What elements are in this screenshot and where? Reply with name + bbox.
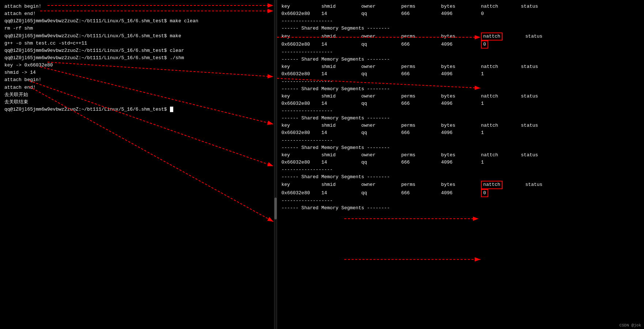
segment-block-3: ------ Shared Memory Segments -------- k… <box>281 85 640 115</box>
separator: ------------------ <box>281 49 640 56</box>
terminal-line: qq@iZ0jl65jmm6w9evbwz2zuoZ:~/bt111/Linux… <box>4 54 270 62</box>
terminal-line: attach begin! <box>4 76 270 84</box>
nattch-highlight: nattch <box>481 181 503 189</box>
terminal-line: key -> 0x66032e80 <box>4 62 270 69</box>
segment-columns-row: key shmid owner perms bytes nattch statu… <box>281 181 640 189</box>
segment-block-top: key shmid owner perms bytes nattch statu… <box>281 3 640 25</box>
segment-block-6: ------ Shared Memory Segments -------- k… <box>281 173 640 204</box>
nattch-highlight: nattch <box>481 32 503 41</box>
separator: ------------------ <box>281 197 640 204</box>
terminal-line: qq@iZ0jl65jmm6w9evbwz2zuoZ:~/bt111/Linux… <box>4 18 270 25</box>
segment-data-row: 0x66032e80 14 qq 666 4096 1 <box>281 129 640 137</box>
terminal-output: attach begin! attach end! qq@iZ0jl65jmm6… <box>4 3 270 113</box>
terminal-line: 去关联结束 <box>4 99 270 106</box>
terminal-line: qq@iZ0jl65jmm6w9evbwz2zuoZ:~/bt111/Linux… <box>4 32 270 40</box>
segment-block-4: ------ Shared Memory Segments -------- k… <box>281 115 640 144</box>
terminal-line: attach end! <box>4 10 270 18</box>
scrollbar-thumb[interactable] <box>274 198 277 219</box>
segment-header: ------ Shared Memory Segments -------- <box>281 25 640 32</box>
separator: ------------------ <box>281 78 640 85</box>
segment-block-7: ------ Shared Memory Segments -------- <box>281 204 640 212</box>
segment-data-row: 0x66032e80 14 qq 666 4096 1 <box>281 70 640 78</box>
segment-block-5: ------ Shared Memory Segments -------- k… <box>281 144 640 174</box>
segment-data-row: 0x66032e80 14 qq 666 4096 1 <box>281 159 640 166</box>
terminal-line: qq@iZ0jl65jmm6w9evbwz2zuoZ:~/bt111/Linux… <box>4 47 270 54</box>
separator: ------------------ <box>281 166 640 173</box>
segment-columns-row: key shmid owner perms bytes nattch statu… <box>281 63 640 70</box>
segment-data-row: 0x66032e80 14 qq 666 4096 0 <box>281 10 640 18</box>
nattch-value-box: 0 <box>481 41 488 49</box>
segment-header: ------ Shared Memory Segments -------- <box>281 144 640 152</box>
separator: ------------------ <box>281 18 640 25</box>
separator: ------------------ <box>281 107 640 115</box>
segment-columns-row: key shmid owner perms bytes nattch statu… <box>281 93 640 100</box>
terminal-line: attach end! <box>4 84 270 91</box>
terminal-prompt: qq@iZ0jl65jmm6w9evbwz2zuoZ:~/bt111/Linux… <box>4 106 270 113</box>
segment-header: ------ Shared Memory Segments -------- <box>281 56 640 63</box>
segment-block-1: ------ Shared Memory Segments -------- k… <box>281 25 640 56</box>
left-terminal: attach begin! attach end! qq@iZ0jl65jmm6… <box>0 0 274 329</box>
segment-header: ------ Shared Memory Segments -------- <box>281 85 640 93</box>
segment-data-row: 0x66032e80 14 qq 666 4096 0 <box>281 189 640 197</box>
separator: ------------------ <box>281 137 640 144</box>
nattch-value-box: 0 <box>481 189 488 197</box>
segment-data-row: 0x66032e80 14 qq 666 4096 0 <box>281 41 640 49</box>
terminal-line: attach begin! <box>4 3 270 10</box>
right-terminal: key shmid owner perms bytes nattch statu… <box>277 0 644 329</box>
segment-header: ------ Shared Memory Segments -------- <box>281 115 640 122</box>
segment-header: key shmid owner perms bytes nattch statu… <box>281 3 640 10</box>
segment-columns-row: key shmid owner perms bytes nattch statu… <box>281 32 640 41</box>
segment-columns-row: key shmid owner perms bytes nattch statu… <box>281 152 640 159</box>
watermark: CSDN @jok <box>620 323 641 328</box>
terminal-line: shmid -> 14 <box>4 69 270 76</box>
terminal-line: rm -rf shm <box>4 25 270 32</box>
terminal-line: 去关联开始 <box>4 91 270 99</box>
panel-divider <box>274 0 277 329</box>
segment-header: ------ Shared Memory Segments -------- <box>281 204 640 212</box>
segment-data-row: 0x66032e80 14 qq 666 4096 1 <box>281 100 640 107</box>
segment-header: ------ Shared Memory Segments -------- <box>281 173 640 181</box>
segment-columns-row: key shmid owner perms bytes nattch statu… <box>281 122 640 129</box>
segment-block-2: ------ Shared Memory Segments -------- k… <box>281 56 640 85</box>
terminal-line: g++ -o shm test.cc -std=c++11 <box>4 40 270 47</box>
cursor <box>170 107 173 112</box>
